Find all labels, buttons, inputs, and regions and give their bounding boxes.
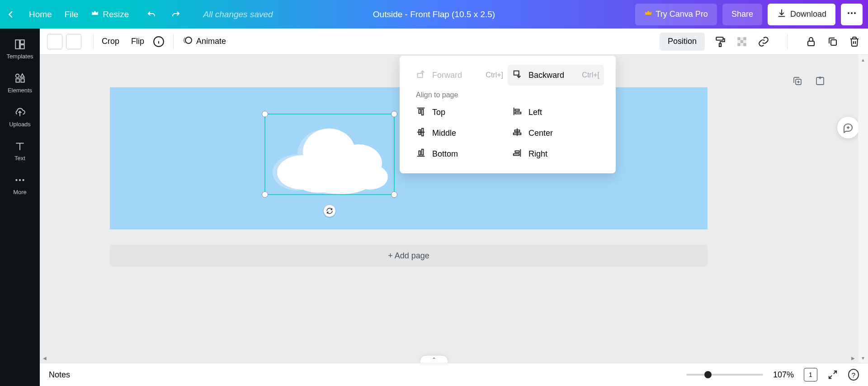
redo-button[interactable] (170, 9, 181, 20)
zoom-slider-thumb[interactable] (704, 371, 712, 378)
svg-point-1 (851, 12, 853, 14)
svg-point-11 (15, 179, 17, 181)
add-comment-button[interactable] (837, 117, 859, 138)
sidebar-item-text[interactable]: Text (0, 134, 40, 168)
align-bottom-icon (416, 148, 426, 160)
fullscreen-button[interactable] (827, 369, 838, 380)
copy-style-button[interactable] (714, 35, 726, 48)
svg-rect-21 (741, 37, 744, 40)
svg-rect-19 (719, 43, 721, 47)
align-top-button[interactable]: Top (411, 102, 508, 123)
align-right-label: Right (528, 149, 547, 159)
scroll-up-arrow[interactable]: ▲ (858, 55, 868, 65)
align-middle-label: Middle (432, 129, 456, 138)
rotate-handle[interactable] (324, 205, 335, 217)
fill-color-swatch-2[interactable] (66, 34, 81, 49)
backward-button[interactable]: Backward Ctrl+[ (508, 65, 604, 86)
trash-icon (849, 36, 860, 47)
info-button[interactable] (152, 35, 165, 48)
svg-point-12 (19, 179, 21, 181)
svg-rect-55 (515, 109, 519, 111)
align-grid: Top Left Middle Center Bottom Right (411, 102, 604, 164)
context-toolbar: Crop Flip Animate Position (40, 29, 868, 55)
svg-point-2 (854, 12, 856, 14)
divider (173, 34, 174, 49)
selection-box[interactable] (264, 114, 395, 195)
resize-handle-tl[interactable] (262, 111, 268, 117)
undo-button[interactable] (146, 9, 157, 20)
resize-button[interactable]: Resize (91, 9, 129, 19)
align-bottom-button[interactable]: Bottom (411, 143, 508, 164)
forward-icon (416, 69, 426, 81)
toolbar-right-group: Position (660, 33, 861, 51)
duplicate-page-button[interactable] (791, 75, 804, 87)
page-indicator[interactable]: 1 (804, 368, 817, 381)
svg-rect-28 (743, 43, 746, 46)
align-right-button[interactable]: Right (508, 143, 604, 164)
download-button[interactable]: Download (768, 4, 835, 25)
more-menu-button[interactable] (841, 4, 863, 25)
align-middle-button[interactable]: Middle (411, 123, 508, 143)
add-page-icon (815, 76, 826, 86)
resize-handle-tr[interactable] (391, 111, 397, 117)
more-horizontal-icon (846, 8, 857, 21)
svg-rect-27 (741, 43, 744, 46)
info-icon (153, 36, 165, 48)
document-title[interactable]: Outside - Front Flap (10.5 x 2.5) (373, 10, 495, 19)
notes-button[interactable]: Notes (49, 370, 70, 380)
svg-rect-53 (422, 109, 424, 115)
flip-button[interactable]: Flip (131, 37, 144, 46)
svg-rect-22 (743, 37, 746, 40)
svg-rect-3 (15, 40, 19, 49)
animate-label: Animate (196, 37, 226, 46)
transparency-button[interactable] (736, 35, 748, 48)
back-chevron-icon[interactable] (5, 9, 16, 20)
lock-button[interactable] (805, 35, 817, 48)
fill-color-swatch[interactable] (47, 34, 62, 49)
resize-handle-bl[interactable] (262, 191, 268, 198)
sidebar-item-elements[interactable]: Elements (0, 66, 40, 100)
svg-rect-52 (419, 109, 420, 113)
try-canva-pro-button[interactable]: Try Canva Pro (635, 4, 717, 25)
align-center-button[interactable]: Center (508, 123, 604, 143)
sidebar-item-templates[interactable]: Templates (0, 32, 40, 66)
duplicate-button[interactable] (826, 35, 839, 48)
resize-handle-br[interactable] (391, 191, 397, 198)
link-button[interactable] (757, 35, 770, 48)
canvas-area[interactable]: Forward Ctrl+] Backward Ctrl+[ Align to … (40, 55, 858, 363)
align-left-button[interactable]: Left (508, 102, 604, 123)
scroll-left-arrow[interactable]: ◀ (40, 353, 50, 363)
svg-rect-68 (514, 153, 519, 155)
forward-label: Forward (432, 71, 462, 80)
position-button[interactable]: Position (660, 33, 705, 51)
svg-rect-65 (422, 149, 424, 155)
add-page-icon-button[interactable] (814, 75, 826, 87)
backward-label: Backward (528, 71, 564, 80)
sidebar-label: Templates (6, 53, 33, 60)
animate-button[interactable]: Animate (182, 35, 226, 48)
home-button[interactable]: Home (29, 10, 52, 19)
scroll-right-arrow[interactable]: ▶ (848, 353, 858, 363)
save-status: All changes saved (203, 10, 273, 19)
zoom-slider[interactable] (686, 374, 763, 376)
svg-rect-23 (737, 40, 741, 43)
sidebar-item-uploads[interactable]: Uploads (0, 100, 40, 134)
delete-button[interactable] (848, 35, 861, 48)
download-icon (777, 8, 787, 20)
vertical-scrollbar[interactable]: ▲ ▼ (858, 55, 868, 363)
share-button[interactable]: Share (722, 4, 762, 25)
scroll-down-arrow[interactable]: ▼ (858, 353, 868, 363)
sidebar-label: More (13, 189, 27, 195)
svg-rect-4 (20, 40, 24, 44)
sidebar-item-more[interactable]: More (0, 168, 40, 202)
svg-point-17 (185, 37, 192, 43)
crop-button[interactable]: Crop (102, 37, 119, 46)
add-page-button[interactable]: + Add page (110, 245, 708, 267)
sidebar-label: Elements (8, 87, 32, 94)
file-menu[interactable]: File (65, 10, 79, 19)
zoom-percent[interactable]: 107% (773, 370, 794, 380)
svg-rect-47 (418, 73, 423, 77)
horizontal-scrollbar[interactable]: ◀ ▶ (40, 353, 858, 363)
help-button[interactable]: ? (848, 369, 859, 380)
svg-rect-25 (743, 40, 746, 43)
